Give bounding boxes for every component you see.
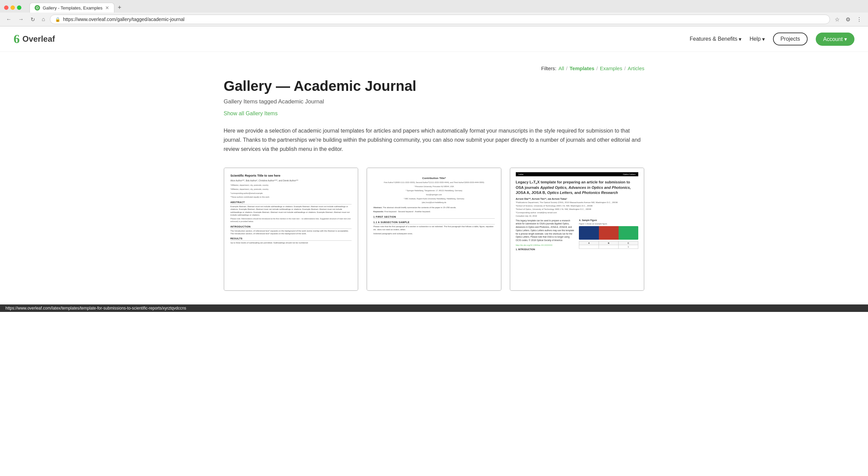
table-cell-2 bbox=[599, 245, 619, 249]
table-header-a: A bbox=[579, 241, 599, 245]
doc2-keywords-text: First keyword · Second keyword · Another… bbox=[384, 211, 431, 213]
doc3-header-left: Letter bbox=[518, 173, 524, 175]
doc2-affil1: ¹ Princeton University, Princeton NJ 085… bbox=[373, 185, 494, 188]
doc3-figure-colors bbox=[579, 226, 638, 240]
doc3-fig-caption: Figure 1 shows an example figure. bbox=[579, 223, 638, 225]
doc1-abstract-label: ABSTRACT bbox=[230, 201, 352, 204]
doc2-abstract-text: The abstract should briefly summarize th… bbox=[383, 206, 456, 209]
close-window-button[interactable] bbox=[4, 5, 8, 10]
doc3-header-right: Optics Letters bbox=[623, 173, 636, 175]
color-blue bbox=[579, 226, 599, 240]
doc3-authors: Author One¹²³, Author Two¹², and Author … bbox=[516, 198, 638, 200]
doc2-keywords: Keywords: First keyword · Second keyword… bbox=[373, 210, 494, 213]
browser-toolbar: ← → ↻ ⌂ 🔒 https://www.overleaf.com/galle… bbox=[0, 13, 868, 26]
doc1-affil4: **these authors contributed equally to t… bbox=[230, 196, 352, 199]
doc3-table: A B C 1 bbox=[579, 241, 638, 249]
doc3-col-right: A. Sample Figure Figure 1 shows an examp… bbox=[579, 219, 638, 252]
table-header-c: C bbox=[619, 241, 638, 245]
filter-templates-link[interactable]: Templates bbox=[570, 65, 595, 71]
gallery-grid: Scientific Reports Title to see here Ali… bbox=[224, 167, 644, 291]
minimize-window-button[interactable] bbox=[11, 5, 15, 10]
doc2-authors: First Author¹†(0000-1111-2222-3333), Sec… bbox=[373, 181, 494, 184]
features-nav-link[interactable]: Features & Benefits ▾ bbox=[690, 36, 742, 42]
doc3-doi: http://dx.doi.org/10.1364/ao.XX.XXXXXX bbox=[516, 244, 575, 246]
extensions-button[interactable]: ⚙ bbox=[844, 15, 852, 24]
url-text: https://www.overleaf.com/gallery/tagged/… bbox=[63, 17, 185, 22]
secure-icon: 🔒 bbox=[55, 17, 60, 22]
doc2-section1: 1 First Section bbox=[373, 215, 494, 219]
filter-all-link[interactable]: All bbox=[559, 65, 564, 71]
account-chevron-icon: ▾ bbox=[844, 36, 847, 42]
site-logo[interactable]: 6 Overleaf bbox=[14, 32, 55, 46]
doc1-abstract: Example Abstract. Abstract must not incl… bbox=[230, 205, 352, 217]
doc3-affil1: ¹Publications Department, The Optical So… bbox=[516, 201, 638, 203]
card-preview-2: Contribution Title* First Author¹†(0000-… bbox=[367, 168, 501, 290]
doc1-title: Scientific Reports Title to see here bbox=[230, 174, 352, 178]
tab-favicon: O bbox=[35, 5, 40, 11]
status-bar: https://www.overleaf.com/latex/templates… bbox=[0, 304, 868, 312]
logo-icon: 6 bbox=[14, 32, 20, 46]
projects-button[interactable]: Projects bbox=[773, 33, 808, 45]
filters-label: Filters: bbox=[541, 65, 556, 71]
doc2-affil3: ³ ABC Institute, Rupert-Karls-University… bbox=[373, 198, 494, 200]
doc3-col-left: This legacy template can be used to prep… bbox=[516, 219, 575, 252]
doc2-abstract-label: Abstract. bbox=[373, 206, 382, 209]
show-all-link[interactable]: Show all Gallery Items bbox=[224, 111, 278, 117]
help-chevron-icon: ▾ bbox=[762, 36, 765, 42]
document-preview-3: Letter Optics Letters Legacy LaTeX templ… bbox=[510, 168, 644, 290]
gallery-card-osa[interactable]: Letter Optics Letters Legacy LaTeX templ… bbox=[510, 167, 644, 291]
doc3-authors-text: Author One¹²³, Author Two¹², and Author … bbox=[516, 198, 567, 200]
filters-bar: Filters: All / Templates / Examples / Ar… bbox=[224, 65, 644, 71]
doc1-intro-label: Introduction bbox=[230, 225, 352, 229]
doc2-affil2b: lncs@springer.com bbox=[373, 194, 494, 196]
menu-button[interactable]: ⋮ bbox=[854, 15, 864, 24]
browser-window-controls bbox=[4, 5, 21, 10]
doc3-header-bar: Letter Optics Letters bbox=[516, 172, 638, 176]
page-description: Here we provide a selection of academic … bbox=[224, 126, 644, 154]
filter-articles-link[interactable]: Articles bbox=[628, 65, 644, 71]
doc2-section-text: Please note that the first paragraph of … bbox=[373, 225, 494, 231]
doc2-continued: Indented paragraphs and subsequent ones. bbox=[373, 232, 494, 235]
filter-examples-link[interactable]: Examples bbox=[600, 65, 622, 71]
document-preview-2: Contribution Title* First Author¹†(0000-… bbox=[367, 168, 501, 290]
filter-separator-3: / bbox=[624, 65, 626, 71]
forward-button[interactable]: → bbox=[16, 15, 26, 24]
active-browser-tab[interactable]: O Gallery - Templates, Examples ✕ bbox=[30, 3, 114, 13]
doc3-body: This legacy template can be used to prep… bbox=[516, 219, 575, 242]
doc3-section-label: 1. INTRODUCTION bbox=[516, 248, 575, 251]
table-header-b: B bbox=[599, 241, 619, 245]
browser-chrome: O Gallery - Templates, Examples ✕ + ← → … bbox=[0, 0, 868, 26]
tab-title: Gallery - Templates, Examples bbox=[43, 5, 102, 11]
doc3-affil2: ²School of Science, University of Techno… bbox=[516, 205, 638, 207]
address-bar[interactable]: 🔒 https://www.overleaf.com/gallery/tagge… bbox=[50, 15, 830, 24]
doc1-affil3: *corresponding.author@email.example bbox=[230, 192, 352, 195]
color-red bbox=[599, 226, 619, 240]
tab-close-button[interactable]: ✕ bbox=[105, 5, 109, 11]
doc1-affil2: ²Affiliation, department, city, postcode… bbox=[230, 188, 352, 191]
new-tab-button[interactable]: + bbox=[114, 3, 125, 13]
table-cell-1 bbox=[579, 245, 599, 249]
page-subtitle: Gallery Items tagged Academic Journal bbox=[224, 98, 644, 105]
home-button[interactable]: ⌂ bbox=[40, 15, 47, 24]
doc2-affil3b: {abc,lncs}@uni-heidelberg.de bbox=[373, 201, 494, 204]
gallery-card-springer[interactable]: Contribution Title* First Author¹†(0000-… bbox=[366, 167, 501, 291]
doc1-results-text: Up to three levels of subheading are per… bbox=[230, 241, 352, 244]
doc3-columns: This legacy template can be used to prep… bbox=[516, 219, 638, 252]
reload-button[interactable]: ↻ bbox=[29, 15, 37, 24]
bookmark-button[interactable]: ☆ bbox=[833, 15, 842, 24]
doc2-title: Contribution Title* bbox=[373, 176, 494, 180]
logo-wordmark: Overleaf bbox=[22, 34, 55, 44]
maximize-window-button[interactable] bbox=[17, 5, 21, 10]
features-chevron-icon: ▾ bbox=[739, 36, 741, 42]
account-button[interactable]: Account ▾ bbox=[816, 33, 854, 46]
gallery-card-scientific-reports[interactable]: Scientific Reports Title to see here Ali… bbox=[224, 167, 358, 291]
doc2-section11: 1.1 A Subsection Sample bbox=[373, 221, 494, 224]
help-nav-link[interactable]: Help ▾ bbox=[750, 36, 765, 42]
status-url: https://www.overleaf.com/latex/templates… bbox=[5, 306, 186, 311]
doc1-intro-text: The Introduction section, of referenced … bbox=[230, 230, 352, 235]
page-title: Gallery — Academic Journal bbox=[224, 78, 644, 94]
doc3-title: Legacy LaTeX template for preparing an a… bbox=[516, 180, 638, 196]
doc1-authors: Alice Author¹²*, Bob Author², Christine … bbox=[230, 179, 352, 182]
back-button[interactable]: ← bbox=[4, 15, 14, 24]
table-cell-3: 1 bbox=[619, 245, 638, 249]
